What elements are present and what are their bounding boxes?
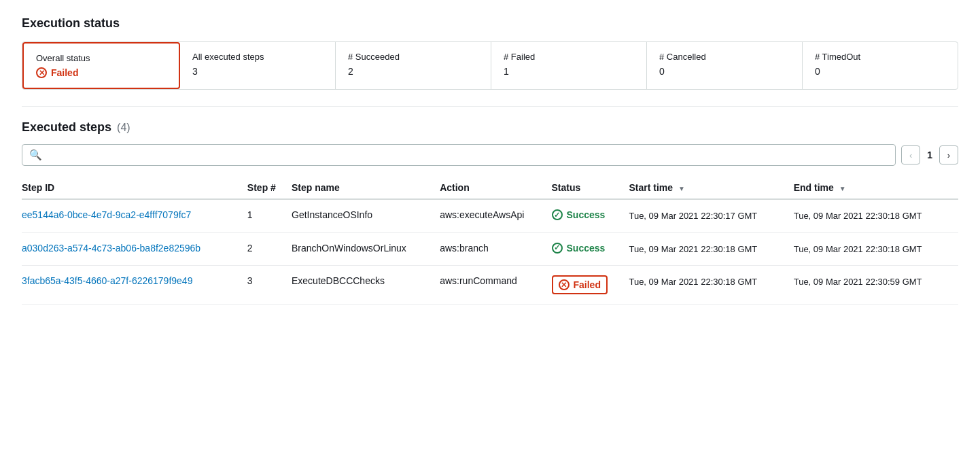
cell-start-time: Tue, 09 Mar 2021 22:30:18 GMT [629,232,793,266]
pagination-next-button[interactable]: › [939,145,958,164]
table-row: ee5144a6-0bce-4e7d-9ca2-e4fff7079fc71Get… [22,199,958,232]
cell-step-num: 3 [247,266,292,305]
status-success-badge: ✓Success [552,243,621,254]
timedout-value: 0 [815,66,945,77]
step-id-link[interactable]: a030d263-a574-4c73-ab06-ba8f2e82596b [22,243,200,254]
cell-action: aws:branch [440,232,551,266]
failed-count-value: 1 [504,66,634,77]
search-pagination-row: 🔍 ‹ 1 › [22,144,958,166]
status-success-badge: ✓Success [552,209,621,220]
steps-table: Step ID Step # Step name Action Status S… [22,177,958,305]
succeeded-label: # Succeeded [348,52,478,62]
col-header-step-id: Step ID [22,177,247,199]
status-card-cancelled: # Cancelled 0 [647,42,803,89]
failed-row-icon: ✕ [559,279,570,290]
step-id-link[interactable]: ee5144a6-0bce-4e7d-9ca2-e4fff7079fc7 [22,209,191,220]
cell-end-time: Tue, 09 Mar 2021 22:30:18 GMT [794,232,958,266]
cancelled-label: # Cancelled [659,52,790,62]
step-id-link[interactable]: 3facb65a-43f5-4660-a27f-6226179f9e49 [22,275,192,286]
status-card-all-steps: All executed steps 3 [180,42,336,89]
all-steps-label: All executed steps [192,52,323,62]
cell-status: ✓Success [552,232,629,266]
end-time-sort-icon: ▼ [839,185,846,192]
cell-step-name: BranchOnWindowsOrLinux [292,232,440,266]
pagination-current-page: 1 [924,150,935,160]
cell-status: ✓Success [552,199,629,232]
cell-end-time: Tue, 09 Mar 2021 22:30:59 GMT [794,266,958,305]
cell-step-num: 2 [247,232,292,266]
failed-icon: ✕ [36,67,47,78]
executed-steps-header: Executed steps (4) [22,120,958,135]
cell-status: ✕Failed [552,266,629,305]
cell-step-name: ExecuteDBCCChecks [292,266,440,305]
table-row: 3facb65a-43f5-4660-a27f-6226179f9e493Exe… [22,266,958,305]
overall-status-value: ✕ Failed [36,67,167,78]
cell-action: aws:runCommand [440,266,551,305]
status-card-failed-count: # Failed 1 [491,42,647,89]
cell-step-id: ee5144a6-0bce-4e7d-9ca2-e4fff7079fc7 [22,199,247,232]
executed-steps-title: Executed steps [22,120,111,135]
status-card-overall: Overall status ✕ Failed [22,42,180,89]
success-icon: ✓ [552,243,563,254]
col-header-start-time[interactable]: Start time ▼ [629,177,793,199]
col-header-end-time[interactable]: End time ▼ [794,177,958,199]
failed-count-label: # Failed [504,52,634,62]
cell-step-name: GetInstanceOSInfo [292,199,440,232]
executed-steps-section: Executed steps (4) 🔍 ‹ 1 › Step ID Step … [22,120,958,305]
col-header-action: Action [440,177,551,199]
status-card-timedout: # TimedOut 0 [803,42,958,89]
pagination-control: ‹ 1 › [901,145,958,164]
search-icon: 🔍 [29,149,42,161]
cancelled-value: 0 [659,66,790,77]
start-time-sort-icon: ▼ [678,185,685,192]
execution-status-title: Execution status [22,16,958,31]
col-header-step-name: Step name [292,177,440,199]
status-cards-container: Overall status ✕ Failed All executed ste… [22,41,958,90]
all-steps-value: 3 [192,66,323,77]
col-header-status: Status [552,177,629,199]
search-input[interactable] [48,150,888,160]
cell-start-time: Tue, 09 Mar 2021 22:30:17 GMT [629,199,793,232]
table-row: a030d263-a574-4c73-ab06-ba8f2e82596b2Bra… [22,232,958,266]
cell-action: aws:executeAwsApi [440,199,551,232]
cell-step-id: a030d263-a574-4c73-ab06-ba8f2e82596b [22,232,247,266]
pagination-prev-button[interactable]: ‹ [901,145,920,164]
cell-end-time: Tue, 09 Mar 2021 22:30:18 GMT [794,199,958,232]
search-box[interactable]: 🔍 [22,144,896,166]
execution-status-section: Execution status Overall status ✕ Failed… [22,16,958,90]
timedout-label: # TimedOut [815,52,945,62]
col-header-step-num: Step # [247,177,292,199]
executed-steps-count: (4) [117,122,130,134]
overall-status-label: Overall status [36,53,167,63]
cell-start-time: Tue, 09 Mar 2021 22:30:18 GMT [629,266,793,305]
cell-step-id: 3facb65a-43f5-4660-a27f-6226179f9e49 [22,266,247,305]
section-divider [22,106,958,107]
success-icon: ✓ [552,209,563,220]
cell-step-num: 1 [247,199,292,232]
status-card-succeeded: # Succeeded 2 [336,42,491,89]
table-header-row: Step ID Step # Step name Action Status S… [22,177,958,199]
succeeded-value: 2 [348,66,478,77]
status-failed-badge: ✕Failed [552,275,608,294]
